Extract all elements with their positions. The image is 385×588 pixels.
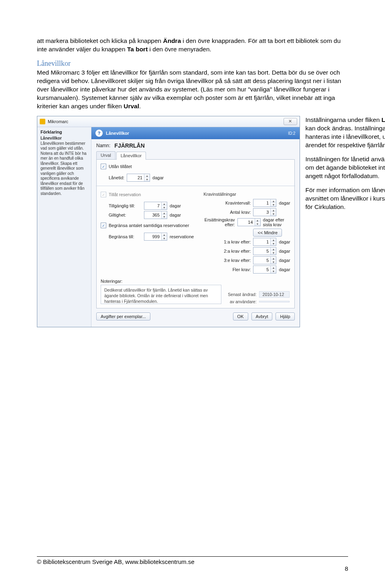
- value: 7: [144, 202, 161, 209]
- bold-urval: Urval: [124, 103, 139, 109]
- unit-reservatione: reservatione: [170, 234, 194, 239]
- checkbox-begransa-antal[interactable]: ✓Begränsa antalet samtidiga reservatione…: [101, 223, 189, 228]
- kravintervall-label: Kravintervall:: [203, 201, 251, 205]
- krav3-label: 3:e krav efter:: [203, 258, 251, 263]
- bold-tabort: Ta bort: [127, 46, 148, 53]
- noteringar-field[interactable]: Dedikerat utlånsvillkor för fjärrlån. Lå…: [101, 285, 221, 304]
- name-label: Namn:: [96, 143, 110, 148]
- ok-button[interactable]: OK: [233, 312, 248, 320]
- checkbox-label: Tillåt reservation: [109, 192, 141, 197]
- value: 5: [253, 247, 270, 255]
- checkbox-utlan-tillatet[interactable]: ✓Utlån tillåtet: [101, 164, 132, 169]
- value: 5: [253, 257, 270, 264]
- tab-urval[interactable]: Urval: [96, 151, 116, 159]
- krav1-stepper[interactable]: 1▲▼: [253, 238, 276, 246]
- kravintervall-stepper[interactable]: 1▲▼: [253, 199, 276, 207]
- bold-lanevillkor: Lånevillkor: [381, 116, 385, 123]
- checkbox-label: Begränsa antalet samtidiga reservationer: [109, 223, 189, 228]
- krav2-label: 2:a krav efter:: [203, 249, 251, 253]
- help-subheading: Lånevillkor: [41, 136, 62, 140]
- app-icon: [40, 119, 45, 124]
- noteringar-label: Noteringar:: [101, 279, 221, 284]
- av-anvandare-value: [259, 301, 290, 302]
- side-para-3: För mer information om lånevillkor, se a…: [306, 186, 385, 211]
- lanetid-label: Lånetid:: [109, 175, 124, 180]
- panel-header: ? Lånevillkor ID:2: [91, 127, 300, 139]
- window-title: Mikromarc: [48, 119, 68, 124]
- antalkrav-stepper[interactable]: 3▲▼: [253, 208, 276, 216]
- text: kan dock ändras. Inställningar för omlån…: [306, 125, 385, 148]
- tabs: Urval Lånevillkor: [96, 151, 295, 160]
- text: Inställningarna under fliken: [306, 116, 382, 123]
- help-text: Lånevillkoren bestämmer vad som gäller v…: [41, 141, 88, 197]
- paragraph-lanevillkor: Med Mikromarc 3 följer ett lånevillkor f…: [37, 69, 348, 111]
- text: Med Mikromarc 3 följer ett lånevillkor f…: [37, 69, 341, 109]
- giltighet-label: Giltighet:: [109, 213, 142, 217]
- hjalp-button[interactable]: Hjälp: [276, 312, 294, 320]
- unit-dagar: dagar: [279, 249, 290, 253]
- page-footer: © Bibliotekscentrum Sverige AB, www.bibl…: [37, 556, 348, 572]
- help-icon[interactable]: ?: [95, 130, 103, 137]
- unit-dagar: dagar: [279, 258, 290, 263]
- giltighet-stepper[interactable]: 365▲▼: [144, 211, 167, 219]
- heading-lanevillkor: Lånevillkor: [37, 59, 348, 68]
- tillganglig-label: Tillgänglig till:: [109, 203, 142, 208]
- tab-lanevillkor[interactable]: Lånevillkor: [116, 152, 146, 160]
- side-para-1: Inställningarna under fliken Lånevillkor…: [306, 116, 385, 150]
- unit-dagar: dagar: [279, 239, 290, 244]
- begransa-stepper[interactable]: 999▲▼: [144, 233, 167, 241]
- text: att markera biblioteket och klicka på kn…: [37, 37, 163, 44]
- bold-andra: Ändra: [163, 37, 181, 44]
- ersattningskrav-label: Ersättningskrav efter:: [203, 217, 235, 227]
- unit-dagar: dagar: [170, 203, 181, 208]
- avbryt-button[interactable]: Avbryt: [251, 312, 273, 320]
- avgifter-button[interactable]: Avgifter per exemplar...: [96, 312, 150, 320]
- help-pane: Förklaring Lånevillkor Lånevillkoren bes…: [37, 127, 91, 327]
- krav3-stepper[interactable]: 5▲▼: [253, 256, 276, 264]
- krav1-label: 1:a krav efter:: [203, 239, 251, 244]
- footer-text: © Bibliotekscentrum Sverige AB, www.bibl…: [37, 558, 195, 565]
- value: 999: [144, 233, 161, 240]
- value: 3: [253, 209, 270, 216]
- tillganglig-stepper[interactable]: 7▲▼: [144, 202, 167, 210]
- panel-title: Lånevillkor: [106, 131, 129, 136]
- unit-dagar: dagar: [152, 175, 164, 180]
- value: 5: [253, 266, 270, 273]
- text: i den övre menyraden.: [148, 46, 211, 53]
- antalkrav-label: Antal krav:: [203, 210, 251, 215]
- name-value: FJÄRRLÅN: [114, 142, 144, 149]
- flerkrav-label: Fler krav:: [203, 267, 251, 272]
- help-heading: Förklaring: [41, 130, 88, 134]
- panel-id: ID:2: [288, 131, 295, 136]
- intro-paragraph: att markera biblioteket och klicka på kn…: [37, 37, 348, 54]
- av-anvandare-label: av användare:: [230, 299, 257, 304]
- lanetid-value: 21: [127, 174, 144, 181]
- close-button[interactable]: ✕: [284, 118, 297, 125]
- senast-andrad-value: 2010-10-12: [259, 291, 290, 298]
- checkbox-tillat-reservation: ✓Tillåt reservation: [101, 192, 141, 197]
- begransa-label: Begränsa till:: [109, 234, 142, 239]
- mikromarc-window: Mikromarc ✕ Förklaring Lånevillkor Lånev…: [37, 116, 300, 327]
- krav2-stepper[interactable]: 5▲▼: [253, 247, 276, 255]
- page-number: 8: [345, 565, 348, 572]
- unit-dagar: dagar: [279, 201, 290, 205]
- checkbox-label: Utlån tillåtet: [109, 164, 132, 169]
- unit-dagar: dagar: [170, 213, 181, 217]
- ersattning-after-text: dagar efter sista krav: [263, 217, 290, 227]
- side-column: Inställningarna under fliken Lånevillkor…: [306, 116, 385, 217]
- value: 1: [253, 199, 270, 207]
- unit-dagar: dagar: [279, 267, 290, 272]
- side-para-2: Inställningen för lånetid används endast…: [306, 155, 385, 180]
- value: 1: [253, 238, 270, 245]
- kravinstallningar-title: Kravinställningar: [203, 192, 290, 197]
- lanetid-stepper[interactable]: 21▲▼: [127, 174, 150, 182]
- text: .: [139, 103, 141, 109]
- senast-andrad-label: Senast ändrad:: [228, 292, 256, 297]
- value: 14: [238, 219, 255, 226]
- window-titlebar: Mikromarc ✕: [37, 116, 300, 127]
- value: 365: [144, 211, 161, 219]
- mindre-button[interactable]: << Mindre: [253, 229, 282, 237]
- ersattningskrav-stepper[interactable]: 14▲▼: [237, 218, 261, 226]
- flerkrav-stepper[interactable]: 5▲▼: [253, 266, 276, 274]
